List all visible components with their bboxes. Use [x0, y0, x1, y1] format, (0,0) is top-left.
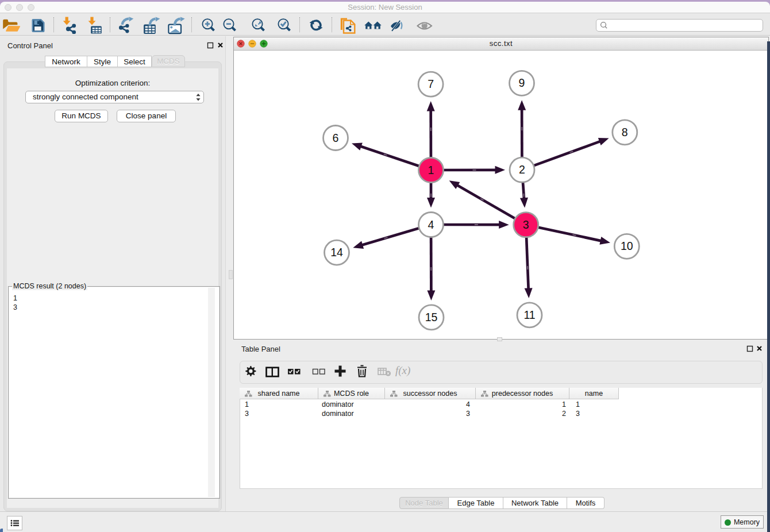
svg-text:9: 9	[519, 76, 525, 89]
svg-text:14: 14	[330, 246, 343, 259]
svg-text:6: 6	[333, 132, 339, 144]
svg-text:8: 8	[622, 126, 628, 138]
svg-text:15: 15	[425, 311, 438, 323]
svg-text:7: 7	[428, 78, 434, 90]
svg-text:11: 11	[523, 309, 535, 321]
svg-text:2: 2	[519, 163, 525, 176]
svg-text:4: 4	[428, 218, 434, 231]
svg-text:3: 3	[523, 218, 529, 231]
svg-text:10: 10	[621, 240, 633, 252]
svg-text:1: 1	[428, 164, 434, 176]
